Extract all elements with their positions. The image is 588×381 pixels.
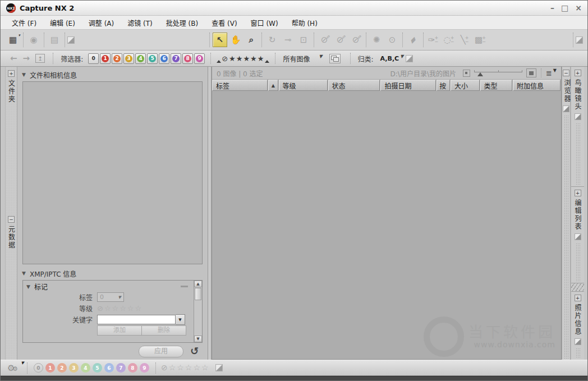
column-header[interactable]: 状态 — [328, 80, 380, 91]
label-apply-button[interactable]: 7 — [116, 363, 126, 373]
expand-icon[interactable]: + — [575, 70, 581, 76]
thumbnail-size-slider[interactable] — [474, 70, 522, 76]
column-header[interactable]: 按 — [437, 80, 450, 91]
menu-item[interactable]: 帮助 (H) — [285, 16, 324, 29]
minimize-section-icon[interactable] — [181, 286, 188, 287]
range-handle-icon[interactable] — [217, 60, 221, 63]
label-filter-button[interactable]: 1 — [100, 53, 111, 64]
label-filter-button[interactable]: 0 — [88, 53, 99, 64]
tag-scrollbar[interactable]: ▲ ▼ — [194, 281, 202, 342]
xmp-iptc-header[interactable]: ▼ XMP/IPTC 信息 — [22, 268, 203, 279]
thumbnail-large-icon[interactable] — [526, 68, 536, 77]
fill-gradient-tool[interactable]: ▩+− — [474, 33, 488, 47]
no-rating-icon[interactable]: ⊘ — [97, 304, 103, 313]
column-header[interactable]: 大小 — [451, 80, 479, 91]
label-apply-button[interactable]: 2 — [57, 363, 67, 373]
export-icon[interactable]: ↥ — [35, 54, 45, 63]
palette-resize-handle[interactable] — [571, 283, 584, 292]
palette-corner-icon[interactable] — [575, 233, 581, 240]
palette-corner-icon[interactable] — [575, 113, 581, 120]
bottom-mini-icon[interactable] — [215, 364, 223, 371]
remove-button[interactable]: 删除 — [141, 326, 186, 335]
column-header[interactable]: 附加信息 — [513, 80, 561, 91]
menu-item[interactable]: 滤镜 (T) — [121, 16, 159, 29]
label-filter-button[interactable]: 6 — [159, 53, 169, 64]
star-rating-icons[interactable]: ☆☆☆☆☆ — [169, 364, 210, 372]
label-apply-button[interactable]: 6 — [104, 363, 114, 373]
rotate-tool[interactable]: ↻ — [265, 33, 279, 47]
sort-ascending-icon[interactable]: ▲ — [268, 80, 278, 91]
toolbar-mini-icon[interactable] — [67, 36, 75, 44]
scroll-up-icon[interactable]: ▲ — [194, 281, 202, 287]
column-header[interactable]: 标签 — [212, 80, 268, 91]
show-palettes-button[interactable]: ▦▾ — [6, 33, 20, 47]
label-apply-button[interactable]: 8 — [128, 363, 137, 373]
black-point-eyedropper-tool[interactable]: ⊘✎ — [317, 33, 332, 47]
add-button[interactable]: 添加 — [98, 326, 141, 335]
undo-icon[interactable]: ↺ — [190, 346, 199, 356]
menu-item[interactable]: 窗口 (W) — [244, 16, 285, 29]
dropdown-icon[interactable]: ▼ — [553, 68, 557, 73]
menu-item[interactable]: 调整 (A) — [82, 16, 121, 29]
menu-item[interactable]: 文件 (F) — [5, 16, 43, 29]
minimize-button[interactable]: – — [550, 3, 554, 13]
star-rating-icons[interactable]: ★★★★★ — [229, 54, 264, 63]
expand-icon[interactable]: + — [575, 295, 581, 301]
crop-tool[interactable]: ⊡ — [296, 33, 311, 47]
keyword-input[interactable] — [97, 315, 176, 324]
dust-off-tool[interactable]: ✺ — [369, 33, 384, 47]
label-filter-button[interactable]: 7 — [171, 53, 181, 64]
view-mode-icon[interactable]: ≣ — [546, 69, 552, 77]
toolbar-overflow-icon[interactable] — [576, 36, 583, 44]
linear-gradient-tool[interactable]: ╲+− — [458, 33, 472, 47]
expand-icon[interactable]: + — [575, 190, 581, 196]
rating-filter[interactable]: ⊘ ★★★★★ — [216, 54, 270, 63]
rating-stars[interactable]: ⊘ ☆☆☆☆☆ — [97, 304, 143, 313]
direct-select-tool[interactable]: ↖ — [213, 33, 227, 47]
no-rating-icon[interactable]: ⊘ — [222, 54, 228, 63]
forward-icon[interactable]: → — [23, 53, 30, 63]
settings-gears-button[interactable]: ⚙ ⚙ ▼ — [7, 363, 22, 373]
label-filter-button[interactable]: 2 — [112, 53, 122, 64]
label-apply-button[interactable]: 9 — [140, 363, 149, 373]
menu-item[interactable]: 查看 (V) — [205, 16, 244, 29]
label-apply-button[interactable]: 1 — [45, 363, 55, 373]
file-camera-info-header[interactable]: ▼ 文件和相机信息 — [22, 69, 203, 80]
print-icon[interactable]: ▤ — [47, 33, 62, 47]
folders-palette-tab[interactable]: + 文件夹 — [6, 70, 17, 105]
label-filter-button[interactable]: 8 — [182, 53, 193, 64]
palette-corner-icon[interactable] — [563, 105, 569, 112]
slider-thumb[interactable] — [477, 72, 483, 76]
scrollbar-thumb[interactable] — [195, 288, 201, 300]
menu-item[interactable]: 批处理 (B) — [159, 16, 205, 29]
scroll-down-icon[interactable]: ▼ — [194, 336, 202, 342]
all-images-dropdown[interactable]: 所有图像 ▼ — [283, 54, 322, 63]
label-apply-button[interactable]: 4 — [81, 363, 90, 373]
column-header[interactable]: 类型 — [480, 80, 512, 91]
thumbnail-grid-empty[interactable]: 当下软件园 www.downxia.com — [212, 91, 561, 359]
metadata-palette-tab[interactable]: − 元数据 — [6, 216, 17, 251]
auto-retouch-brush-tool[interactable]: ▰ — [406, 33, 420, 47]
menu-item[interactable]: 编辑 (E) — [43, 16, 82, 29]
edit-list-palette-tab[interactable]: + 编辑列表 — [571, 187, 584, 283]
label-apply-button[interactable]: 3 — [69, 363, 79, 373]
neutral-eyedropper-tool[interactable]: ⊘✎ — [333, 33, 347, 47]
straighten-tool[interactable]: ⊸ — [281, 33, 295, 47]
filter-mini-icon[interactable] — [406, 55, 413, 62]
rating-apply-control[interactable]: ⊘ ☆☆☆☆☆ — [161, 364, 210, 372]
back-icon[interactable]: ← — [10, 53, 17, 63]
thumbnail-small-icon[interactable] — [463, 70, 470, 77]
label-dropdown[interactable]: 0 ▼ — [97, 292, 124, 302]
label-filter-button[interactable]: 9 — [194, 53, 205, 64]
range-handle-icon[interactable] — [265, 60, 269, 63]
label-filter-button[interactable]: 5 — [147, 53, 158, 64]
label-apply-button[interactable]: 0 — [34, 363, 43, 373]
label-apply-button[interactable]: 5 — [93, 363, 102, 373]
sort-mode-button[interactable]: A,B,C ▼ — [380, 55, 404, 62]
selection-brush-tool[interactable]: ✑+− — [426, 33, 441, 47]
expand-icon[interactable]: + — [8, 70, 15, 77]
camera-capture-icon[interactable]: ◉ — [26, 33, 41, 47]
bird-eye-palette-tab[interactable]: + 鸟瞰镜头 — [571, 67, 584, 187]
compare-view-button[interactable] — [329, 54, 341, 63]
zoom-tool[interactable]: ⌕ — [244, 33, 259, 47]
